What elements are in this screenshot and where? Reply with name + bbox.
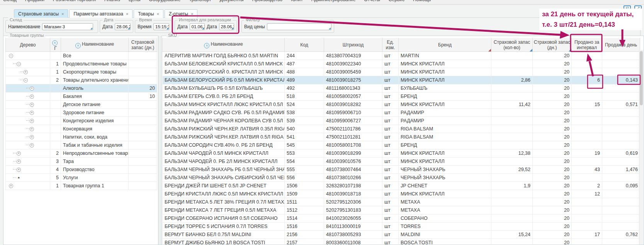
- menu-item[interactable]: Документы: [220, 0, 244, 2]
- time-input[interactable]: 15:15:11: [153, 23, 169, 30]
- tree-row[interactable]: +3Тара: [6, 158, 157, 166]
- tree-row[interactable]: +Детское питание: [6, 101, 157, 109]
- tree-row[interactable]: +4Производство: [6, 166, 157, 174]
- expand-icon[interactable]: +: [17, 168, 21, 172]
- sort-ascending-icon[interactable]: ∧: [52, 40, 58, 46]
- menu-item[interactable]: Цены: [129, 0, 141, 2]
- collapse-icon[interactable]: −: [24, 78, 28, 82]
- sku-row[interactable]: БАЛЬЗАМ РАДАМИР ЧЕРНАЯ КОРОЛЕВА СУВ 0.5Л…: [163, 117, 640, 125]
- expand-icon[interactable]: +: [30, 111, 34, 115]
- sku-row[interactable]: БРЕНДИ ДЖЕЙ ПИ ШЕНЕТ 0.5Л JP CHENET15063…: [163, 182, 640, 190]
- interval-to-input[interactable]: 28.06.21: [219, 23, 234, 30]
- scrollbar-thumb[interactable]: [640, 51, 643, 105]
- menu-item[interactable]: Продажи: [25, 0, 44, 2]
- price-kind-input[interactable]: [267, 23, 331, 30]
- sku-row[interactable]: БАЛЬЗАМ БЕЛОРУССКИЙ 0. КРИСТАЛЛ 2Л МИНСК…: [163, 68, 640, 76]
- tree-row[interactable]: +Напитки, соки, вода: [6, 133, 157, 141]
- expand-icon[interactable]: +: [24, 70, 28, 74]
- column-header-sku[interactable]: Страховой запас(кол-во): [491, 38, 533, 52]
- tab-close-icon[interactable]: ×: [157, 12, 159, 16]
- sort-ascending-icon[interactable]: ∧: [75, 43, 81, 48]
- tree-row[interactable]: −Все: [6, 52, 157, 60]
- tab-close-icon[interactable]: ×: [191, 12, 193, 16]
- sku-row[interactable]: БАЛЬЗАМ ЕГЕРЬ СУВ.0. РБ 2Л БРЕНД51848100…: [163, 93, 640, 101]
- column-header-sku[interactable]: Штрихкод: [324, 38, 382, 52]
- column-header-sku[interactable]: Бренд: [399, 38, 491, 52]
- column-header-sku[interactable]: Продано заинтервал: [572, 38, 602, 52]
- column-header-sku[interactable]: Ед.изм.: [382, 38, 399, 52]
- column-header-sku[interactable]: Код: [285, 38, 324, 52]
- tree-row[interactable]: −1Продовольственные товары: [6, 60, 157, 68]
- menu-item[interactable]: Транспорт: [189, 0, 211, 2]
- menu-item[interactable]: Юнит: [291, 0, 303, 2]
- panel-splitter[interactable]: [159, 36, 161, 245]
- menu-item[interactable]: Администрирование: [311, 0, 355, 2]
- tab-Товары[interactable]: Товары×: [134, 9, 163, 18]
- sku-row[interactable]: БАЛЬЗАМ ЧАРОДЕЙ 0. РБ 2Л МИНСК КРИСТАЛЛ5…: [163, 158, 640, 166]
- sku-row[interactable]: БАЛЬЗАМ РИЖСКИЙ ЧЕРН.КЕР. ЛАТВИЯ 0.5Л RI…: [163, 133, 640, 141]
- column-header-sku[interactable]: ∧Наименование: [163, 38, 285, 52]
- expand-icon[interactable]: +: [30, 103, 34, 107]
- expand-icon[interactable]: +: [30, 86, 34, 91]
- sku-row[interactable]: БАЛЬЗАМ ЧЕРНЫЙ ЗНАХАРЬ РБ 0.5Л ЧЕРНЫЙ ЗН…: [163, 166, 640, 174]
- tab-Z-отчеты[interactable]: Z-отчеты×: [165, 9, 197, 18]
- column-header-tree[interactable]: ∧Г: [50, 38, 61, 52]
- sku-row[interactable]: БАЛЬЗАМ ЧЕРНЫЙ ЗНАХАРЬ СИБИРСКИЙ 0.5Л ЧЕ…: [163, 174, 640, 182]
- interval-from-input[interactable]: 01.06.21: [190, 23, 205, 30]
- vertical-scrollbar[interactable]: [639, 50, 643, 245]
- tree-row[interactable]: +1Скоропортящие товары: [6, 68, 157, 76]
- expand-icon[interactable]: +: [17, 151, 21, 156]
- sku-row[interactable]: БРЕНДИ КРИСТАЛЛ ЛЮКС 0.5Л МИНСК КРИСТАЛЛ…: [163, 190, 640, 198]
- menu-item[interactable]: Оборудование: [149, 0, 181, 2]
- tree-row[interactable]: ●5Услуги: [6, 174, 157, 182]
- expand-icon[interactable]: +: [30, 127, 34, 131]
- tree-row[interactable]: +Кондитерские изделия: [6, 117, 157, 125]
- column-header-tree[interactable]: Страховойзапас (дн.): [129, 38, 157, 52]
- column-header-tree[interactable]: ∧Наименование: [61, 38, 129, 52]
- sort-ascending-icon[interactable]: ∧: [204, 43, 209, 48]
- tab-close-icon[interactable]: ×: [61, 12, 64, 16]
- column-header-sku[interactable]: Страховой запас(дн.): [533, 38, 572, 52]
- column-header-sku[interactable]: Продаж в день: [602, 38, 640, 52]
- expand-icon[interactable]: +: [30, 143, 34, 147]
- sku-row[interactable]: БАЛЬЗАМ БУЛЬБАШЪ РБ 0.5Л БУЛЬБАШЪ4924811…: [163, 84, 640, 93]
- sku-row[interactable]: ВЕРМУТ ДЖИБО БЬЯНКО 1Л BOSCA TOSTI215780…: [163, 239, 640, 245]
- tree-row[interactable]: +Алкоголь20: [6, 84, 157, 93]
- warehouse-name-input[interactable]: Магазин 3: [42, 23, 93, 30]
- tab-close-icon[interactable]: ×: [126, 12, 128, 16]
- menu-item[interactable]: Сервис: [389, 0, 404, 2]
- tree-row[interactable]: +Табак и табачные изделия: [6, 141, 157, 149]
- menu-item[interactable]: Склад: [3, 0, 17, 2]
- tab-Страховые запасы[interactable]: Страховые запасы×: [14, 9, 68, 18]
- sku-row[interactable]: БАЛЬЗАМ БЕЛОВЕЖСКИЙ КРИСТАЛЛ 0.5Л МИНСК …: [163, 60, 640, 68]
- menu-item[interactable]: Розничная торговля: [53, 0, 96, 2]
- sku-row[interactable]: БАЛЬЗАМ ЧАРОДЕЙ 0.5Л МИНСК КРИСТАЛЛ55348…: [163, 149, 640, 158]
- expand-icon[interactable]: +: [30, 135, 34, 139]
- expand-icon[interactable]: +: [17, 159, 21, 164]
- column-header-tree[interactable]: Дерево: [6, 38, 50, 52]
- expand-icon[interactable]: +: [9, 184, 13, 188]
- menu-item[interactable]: Помощь: [413, 0, 431, 2]
- sku-row[interactable]: БРЕНДИ МЕТАКСА 7 ЛЕТ ГРЕЦИЯ 0.5Л МЕТАХА1…: [163, 206, 640, 214]
- collapse-icon[interactable]: −: [9, 54, 13, 58]
- collapse-icon[interactable]: −: [17, 62, 21, 66]
- tab-Параметры автозаказа[interactable]: Параметры автозаказа×: [69, 9, 133, 18]
- sku-row[interactable]: БАЛЬЗАМ РАДАМИР САДКО СУВ. РБ 0.5Л РАДАМ…: [163, 109, 640, 117]
- tree-row[interactable]: +Консервация: [6, 125, 157, 133]
- sku-row[interactable]: БРЕНДИ СОБЕРАНО ИСПАНИЯ 0.5Л СОБЕРАНО151…: [163, 214, 640, 223]
- expand-icon[interactable]: +: [30, 94, 34, 99]
- date-input[interactable]: 28.06.21: [115, 23, 131, 30]
- menu-item[interactable]: Производство: [252, 0, 282, 2]
- sku-row[interactable]: БАЛЬЗАМ РИЖСКИЙ ЧЕРН.КЕР. ЛАТВИЯ 0.35Л R…: [163, 125, 640, 133]
- sku-row[interactable]: БАЛЬЗАМ СОРОДИЧ СУВ.40% 0. РБ 2Л БРЕНД54…: [163, 141, 640, 149]
- sku-row[interactable]: БАЛЬЗАМ МИНСК КРИСТАЛЛ ЛЮКС КРИСТАЛ 0.5Л…: [163, 101, 640, 109]
- sku-row[interactable]: БАЛЬЗАМ БЕЛОРУССКИЙ РБ 0.5Л МИНСК КРИСТА…: [163, 76, 640, 84]
- sku-row[interactable]: БРЕНДИ ТОРРЕС 5 ИСПАНИЯ 0.7Л TORRES15168…: [163, 223, 640, 231]
- tree-row[interactable]: +Бакалея10: [6, 93, 157, 101]
- sku-row[interactable]: БРЕНДИ МЕТАКСА 5 ЛЕТ 38% ГРЕЦИЯ 0.7Л МЕТ…: [163, 198, 640, 206]
- tree-row[interactable]: +1Товарная группа 1: [6, 182, 157, 190]
- tree-row[interactable]: +Здоровое питание: [6, 109, 157, 117]
- expand-icon[interactable]: +: [30, 119, 34, 123]
- tree-row[interactable]: +2Непродовольтсвенные товары: [6, 149, 157, 158]
- menu-item[interactable]: Анализ: [104, 0, 120, 2]
